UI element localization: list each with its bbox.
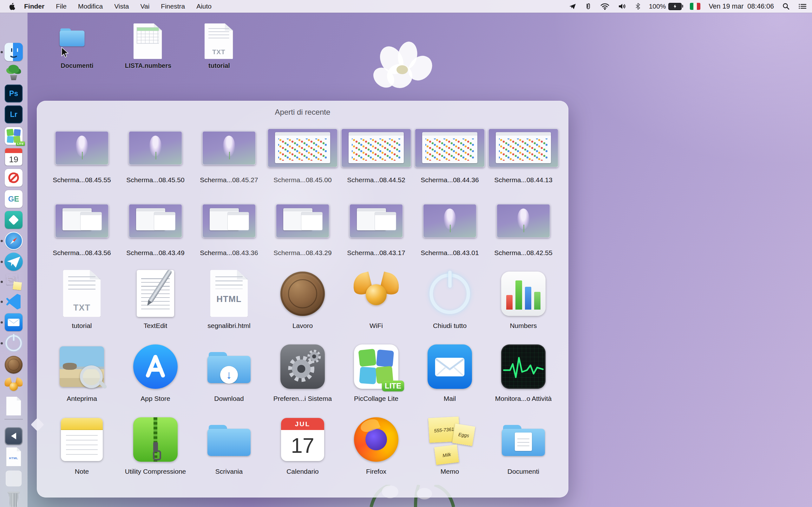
dock-item-back-arrow[interactable] xyxy=(3,426,24,446)
desktop-icon-tutorial[interactable]: TXT tutorial xyxy=(189,22,249,69)
dock-item-plant[interactable] xyxy=(3,63,24,83)
recent-item-anteprima[interactable]: Anteprima xyxy=(45,340,119,413)
recent-item-monitoraggio[interactable]: Monitora...o Attività xyxy=(487,340,560,413)
menu-vai[interactable]: Vai xyxy=(141,3,150,10)
txt-file-icon: TXT xyxy=(56,268,107,319)
wifi-status-icon[interactable] xyxy=(600,3,610,10)
recent-item-memo[interactable]: 555-7361EggsMilkMemo xyxy=(413,413,487,486)
dock-item-document[interactable] xyxy=(3,396,24,416)
recent-item-mail[interactable]: Mail xyxy=(413,340,487,413)
recent-item-scrivania[interactable]: Scrivania xyxy=(192,413,266,486)
power-ring-icon xyxy=(424,268,475,319)
recent-item[interactable]: Scherma...08.45.27 xyxy=(192,122,266,194)
recent-item[interactable]: Scherma...08.44.13 xyxy=(487,122,560,194)
screenshot-thumbnail-icon xyxy=(341,129,411,167)
recent-item[interactable]: Scherma...08.45.50 xyxy=(119,122,192,194)
menu-bar-clock[interactable]: Ven 19 mar 08:46:06 xyxy=(709,3,774,10)
recent-item-label: Scherma...08.43.01 xyxy=(420,249,478,257)
screenshot-thumbnail-icon xyxy=(202,204,256,238)
dock-item-html-file[interactable]: HTML xyxy=(3,447,24,467)
dock-item-telegram[interactable] xyxy=(3,251,24,272)
menu-finestra[interactable]: Finestra xyxy=(161,3,185,10)
paperclip-status-icon[interactable] xyxy=(585,3,592,10)
dock-item-safari[interactable] xyxy=(3,231,24,251)
recent-item-utility-compressione[interactable]: Utility Compressione xyxy=(119,413,192,486)
dock-item-ge-app[interactable]: GE xyxy=(3,189,24,209)
dock-item-teal-diamond-app[interactable] xyxy=(3,210,24,230)
recent-item-numbers[interactable]: Numbers xyxy=(487,268,560,340)
screenshot-thumbnail-icon xyxy=(55,131,108,165)
recent-item-piccollage[interactable]: LITEPicCollage Lite xyxy=(339,340,413,413)
recent-item-label: WiFi xyxy=(369,322,383,330)
recent-item[interactable]: Scherma...08.43.36 xyxy=(192,194,266,268)
desktop-icon-documenti[interactable]: Documenti xyxy=(47,22,107,69)
recent-item-preferenze[interactable]: Preferen...i Sistema xyxy=(266,340,339,413)
recent-item[interactable]: Scherma...08.44.36 xyxy=(413,122,487,194)
recent-item[interactable]: Scherma...08.43.29 xyxy=(266,194,339,268)
menu-modifica[interactable]: Modifica xyxy=(78,3,103,10)
recent-item-wifi[interactable]: WiFi xyxy=(339,268,413,340)
recent-item-label: Documenti xyxy=(507,468,539,475)
apple-menu[interactable] xyxy=(8,3,15,10)
dock-item-trash[interactable] xyxy=(3,489,24,507)
recent-item[interactable]: Scherma...08.42.55 xyxy=(487,194,560,268)
dock-item-red-circle-app[interactable] xyxy=(3,168,24,188)
volume-status-icon[interactable] xyxy=(618,3,627,10)
spotlight-search-icon[interactable] xyxy=(782,3,790,10)
dock-item-pale-app[interactable] xyxy=(3,468,24,489)
dock-item-lightroom[interactable]: Lr xyxy=(3,104,24,124)
recent-item-note[interactable]: Note xyxy=(45,413,119,486)
dock-item-piccollage[interactable]: LITE xyxy=(3,126,24,146)
recent-item[interactable]: Scherma...08.45.55 xyxy=(45,122,119,194)
desktop-icon-label: tutorial xyxy=(208,62,230,69)
numbers-spreadsheet-icon xyxy=(129,22,167,61)
menu-list-icon[interactable] xyxy=(798,3,807,10)
recent-item-segnalibri[interactable]: HTMLsegnalibri.html xyxy=(192,268,266,340)
preview-icon xyxy=(56,341,107,392)
recent-item-textedit[interactable]: TextEdit xyxy=(119,268,192,340)
recent-item-calendario[interactable]: JUL17Calendario xyxy=(266,413,339,486)
dock-item-power-ring[interactable] xyxy=(3,333,24,353)
recent-item[interactable]: Scherma...08.45.00 xyxy=(266,122,339,194)
dock-item-wax-seal[interactable] xyxy=(3,354,24,375)
html-file-icon: HTML xyxy=(204,268,254,319)
recent-item-firefox[interactable]: Firefox xyxy=(339,413,413,486)
recent-item-documenti[interactable]: Documenti xyxy=(487,413,560,486)
dock-item-vscode[interactable] xyxy=(3,291,24,312)
recent-item-tutorial[interactable]: TXTtutorial xyxy=(45,268,119,340)
wax-seal-icon xyxy=(277,268,328,319)
recent-item-app-store[interactable]: App Store xyxy=(119,340,192,413)
battery-status[interactable]: 100% xyxy=(649,3,682,10)
download-folder-icon xyxy=(204,341,254,392)
telegram-status-icon[interactable] xyxy=(568,3,577,10)
recent-item[interactable]: Scherma...08.43.49 xyxy=(119,194,192,268)
recent-item[interactable]: Scherma...08.44.52 xyxy=(339,122,413,194)
dock-separator xyxy=(4,419,23,419)
dock-item-photoshop[interactable]: Ps xyxy=(3,83,24,104)
italian-flag-icon[interactable] xyxy=(690,3,700,10)
recent-item-label: tutorial xyxy=(72,322,92,330)
dock-item-winged-ball[interactable] xyxy=(3,376,24,396)
mouse-cursor xyxy=(61,47,69,58)
stickies-icon: 555-7361EggsMilk xyxy=(424,414,475,465)
dock-item-finder[interactable] xyxy=(3,42,24,62)
dock-item-calendar[interactable]: 19 xyxy=(3,147,24,167)
recent-item-lavoro[interactable]: Lavoro xyxy=(266,268,339,340)
screenshot-thumbnail-icon xyxy=(129,131,182,165)
recent-item[interactable]: Scherma...08.43.56 xyxy=(45,194,119,268)
menu-aiuto[interactable]: Aiuto xyxy=(196,3,212,10)
dock-item-stickies[interactable] xyxy=(3,272,24,292)
bluetooth-status-icon[interactable] xyxy=(635,3,641,10)
menu-vista[interactable]: Vista xyxy=(114,3,129,10)
app-menu-finder[interactable]: Finder xyxy=(24,3,44,10)
desktop-icon-lista-numbers[interactable]: LISTA.numbers xyxy=(118,22,178,69)
recent-item[interactable]: Scherma...08.43.01 xyxy=(413,194,487,268)
recent-item-label: segnalibri.html xyxy=(207,322,250,330)
dock-item-mail[interactable] xyxy=(3,312,24,332)
recent-item[interactable]: Scherma...08.43.17 xyxy=(339,194,413,268)
recent-item-download[interactable]: Download xyxy=(192,340,266,413)
menu-file[interactable]: File xyxy=(56,3,67,10)
recent-item-label: Scherma...08.45.27 xyxy=(200,176,258,184)
recent-item-chiudi-tutto[interactable]: Chiudi tutto xyxy=(413,268,487,340)
recent-item-label: Scherma...08.45.50 xyxy=(126,176,184,184)
